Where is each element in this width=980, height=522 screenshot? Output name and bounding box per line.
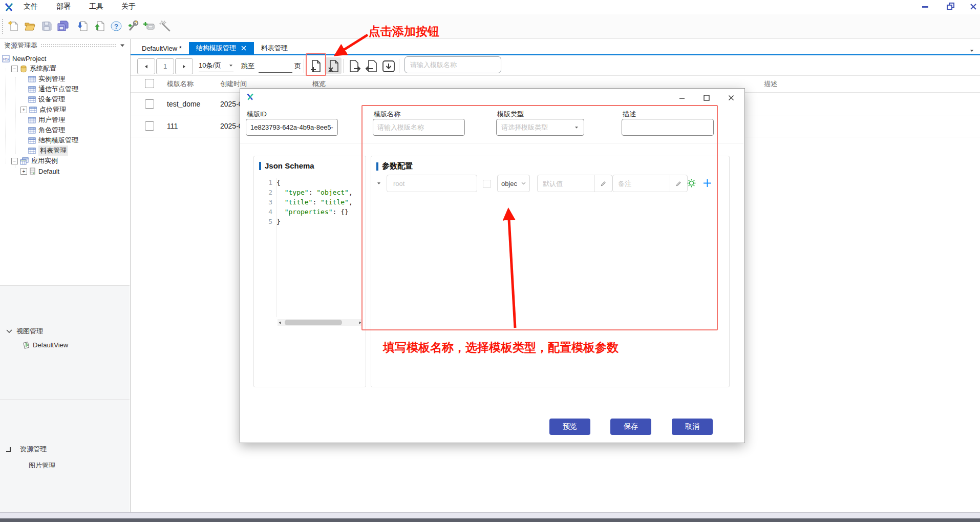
section-resource-management[interactable]: 资源管理 xyxy=(6,445,47,454)
tree-item-3[interactable]: 通信节点管理 xyxy=(20,84,78,94)
tab-material-table[interactable]: 料表管理 xyxy=(254,42,295,54)
tree-item-11[interactable]: +Default xyxy=(20,166,59,176)
tree-item-8[interactable]: 结构模版管理 xyxy=(20,135,78,145)
delete-template-button[interactable] xyxy=(325,57,342,74)
status-strip xyxy=(0,512,980,518)
close-button[interactable] xyxy=(965,0,980,13)
menu-about[interactable]: 关于 xyxy=(121,2,136,11)
tab-structure-template[interactable]: 结构模版管理 xyxy=(189,42,254,54)
tree-item-6[interactable]: 用户管理 xyxy=(20,115,65,125)
dialog-close-icon[interactable] xyxy=(723,93,739,103)
add-param-icon[interactable] xyxy=(703,179,712,190)
explorer-collapse-icon[interactable] xyxy=(120,45,124,47)
row-checkbox[interactable] xyxy=(145,99,154,109)
column-header-created[interactable]: 创建时间 xyxy=(220,79,247,89)
tree-guide-line xyxy=(15,77,15,154)
tree-item-label: 点位管理 xyxy=(39,105,66,114)
preview-button[interactable]: 预览 xyxy=(549,419,590,435)
code-editor[interactable]: 1{2 "type": "object",3 "title": "title",… xyxy=(254,178,366,317)
import-template-button[interactable] xyxy=(363,57,380,74)
save-icon[interactable] xyxy=(39,19,54,33)
jump-to-input[interactable] xyxy=(259,59,292,73)
edit-note-button[interactable] xyxy=(670,175,687,192)
param-row-caret-icon[interactable] xyxy=(377,182,380,184)
help-icon[interactable]: ? xyxy=(109,19,123,33)
field-name-input[interactable] xyxy=(373,119,465,136)
save-button[interactable]: 保存 xyxy=(610,419,651,435)
dialog-maximize-icon[interactable] xyxy=(699,93,714,103)
edit-default-button[interactable] xyxy=(594,175,612,192)
field-desc-input[interactable] xyxy=(622,119,714,136)
bottom-bar xyxy=(0,518,980,522)
view-item-label: DefaultView xyxy=(33,341,68,349)
param-settings-gear-icon[interactable] xyxy=(687,178,696,190)
tree-item-2[interactable]: 实例管理 xyxy=(20,74,65,84)
menu-deploy[interactable]: 部署 xyxy=(56,2,71,11)
column-header-desc[interactable]: 描述 xyxy=(764,79,777,89)
next-page-button[interactable] xyxy=(175,58,193,74)
tab-defaultview[interactable]: DefaultView * xyxy=(135,42,189,54)
toolbar-grip[interactable] xyxy=(2,18,4,34)
explorer-header: 资源管理器 xyxy=(0,39,130,52)
magic-wand-icon[interactable] xyxy=(158,19,172,33)
tree-item-4[interactable]: 设备管理 xyxy=(20,94,65,105)
add-connection-icon[interactable] xyxy=(142,19,156,33)
sidebar-lower-sections: 视图管理 DefaultView 资源管理 图片管理 xyxy=(0,285,130,513)
item-image-management[interactable]: 图片管理 xyxy=(29,461,55,470)
tree-item-5[interactable]: +点位管理 xyxy=(20,105,66,115)
column-header-overview[interactable]: 概览 xyxy=(312,79,326,89)
line-number: 3 xyxy=(254,198,276,206)
collapse-icon[interactable]: − xyxy=(11,158,18,164)
view-item-defaultview[interactable]: DefaultView xyxy=(23,341,68,349)
tree-item-10[interactable]: −应用实例 xyxy=(11,156,58,166)
select-all-checkbox[interactable] xyxy=(145,79,154,88)
cancel-button[interactable]: 取消 xyxy=(672,419,713,435)
template-search-input[interactable] xyxy=(405,61,505,69)
minimize-button[interactable] xyxy=(917,0,934,13)
tree-item-project[interactable]: RSNewProject xyxy=(2,53,46,64)
field-id-input[interactable] xyxy=(246,119,338,136)
page-size-dropdown[interactable]: 10条/页 xyxy=(199,59,233,72)
menu-file[interactable]: 文件 xyxy=(24,2,38,11)
tab-close-icon[interactable] xyxy=(241,45,247,51)
tree-item-7[interactable]: 角色管理 xyxy=(20,125,65,135)
app-window: 文件 部署 工具 关于 xyxy=(0,0,980,522)
collapse-icon[interactable]: − xyxy=(11,66,18,72)
row-checkbox[interactable] xyxy=(145,121,154,131)
toolbar-separator xyxy=(343,59,344,73)
field-type-select[interactable]: 请选择模版类型 xyxy=(496,119,584,136)
param-name-input[interactable] xyxy=(387,175,477,192)
new-file-icon[interactable] xyxy=(6,19,20,33)
scrollbar-thumb[interactable] xyxy=(285,320,342,325)
export-icon[interactable] xyxy=(92,19,106,33)
open-folder-icon[interactable] xyxy=(23,19,37,33)
save-all-icon[interactable] xyxy=(56,19,70,33)
project-tree: RSNewProject−系统配置实例管理通信节点管理设备管理+点位管理用户管理… xyxy=(0,53,130,285)
scroll-left-icon[interactable] xyxy=(279,321,281,324)
restore-button[interactable] xyxy=(942,0,960,13)
section-view-management[interactable]: 视图管理 xyxy=(6,327,43,336)
scroll-right-icon[interactable] xyxy=(359,321,361,324)
param-default-input[interactable] xyxy=(538,175,594,192)
tree-item-9[interactable]: 料表管理 xyxy=(20,145,68,156)
param-type-select[interactable]: objec xyxy=(497,175,530,192)
current-page-box[interactable]: 1 xyxy=(156,58,174,74)
prev-page-button[interactable] xyxy=(137,58,155,74)
param-note-input[interactable] xyxy=(613,175,670,192)
column-header-name[interactable]: 模版名称 xyxy=(167,79,194,89)
deploy-wrench-icon[interactable] xyxy=(125,19,140,33)
tab-list-dropdown-icon[interactable] xyxy=(969,45,974,54)
dialog-minimize-icon[interactable] xyxy=(674,93,690,103)
tree-item-1[interactable]: −系统配置 xyxy=(11,64,56,74)
add-template-button[interactable] xyxy=(307,57,324,74)
horizontal-scrollbar[interactable] xyxy=(278,319,363,326)
menu-tools[interactable]: 工具 xyxy=(89,2,103,11)
expand-icon[interactable]: + xyxy=(20,107,27,113)
import-icon[interactable] xyxy=(75,19,90,33)
export-template-button[interactable] xyxy=(346,57,363,74)
explorer-header-texture xyxy=(40,44,117,48)
code-token: { xyxy=(276,179,281,186)
download-template-button[interactable] xyxy=(380,57,397,74)
expand-icon[interactable]: + xyxy=(20,168,27,175)
param-checkbox[interactable] xyxy=(483,180,491,188)
